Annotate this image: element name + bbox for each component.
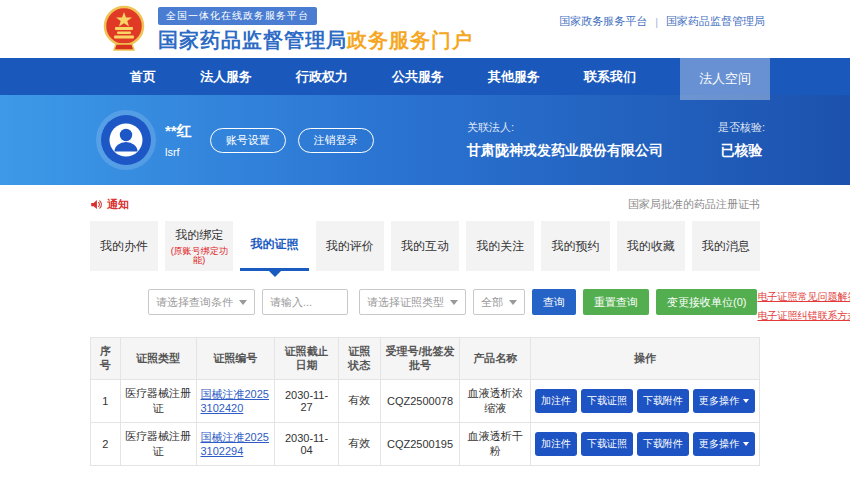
- tab-my-reviews[interactable]: 我的评价: [316, 221, 384, 271]
- nav-item-public-services[interactable]: 公共服务: [370, 58, 466, 95]
- tab-my-licenses[interactable]: 我的证照: [240, 221, 308, 271]
- change-receiver-button[interactable]: 变更接收单位(0): [656, 289, 757, 315]
- license-number-link[interactable]: 国械注准20253102294: [201, 430, 271, 457]
- cell-accept-no: CQZ2500078: [380, 379, 460, 422]
- user-id-block: **红 lsrf: [165, 122, 192, 158]
- license-type-select[interactable]: 请选择证照类型: [359, 289, 466, 315]
- cell-expiry-date: 2030-11-27: [275, 379, 339, 422]
- cell-status: 有效: [338, 422, 380, 465]
- table-row: 1 医疗器械注册证 国械注准20253102420 2030-11-27 有效 …: [91, 379, 760, 422]
- verify-label: 是否核验:: [718, 120, 765, 135]
- cell-index: 1: [91, 379, 121, 422]
- download-license-button[interactable]: 下载证照: [581, 389, 633, 413]
- col-expiry-date: 证照截止日期: [275, 338, 339, 380]
- cell-license-type: 医疗器械注册证: [120, 379, 196, 422]
- link-divider: |: [655, 16, 658, 28]
- tab-my-interactions[interactable]: 我的互动: [391, 221, 459, 271]
- download-attachment-button[interactable]: 下载附件: [637, 432, 689, 456]
- user-login: lsrf: [165, 146, 192, 158]
- table-row: 2 医疗器械注册证 国械注准20253102294 2030-11-04 有效 …: [91, 422, 760, 465]
- chevron-down-icon: [450, 300, 458, 305]
- chevron-down-icon: [743, 399, 749, 403]
- speaker-icon: [90, 198, 103, 211]
- user-icon: [101, 115, 151, 165]
- more-actions-button[interactable]: 更多操作: [693, 389, 755, 413]
- notice-bar: 通知 国家局批准的药品注册证书: [90, 195, 760, 213]
- verify-status-badge: 已核验: [718, 142, 765, 160]
- license-table: 序号 证照类型 证照编号 证照截止日期 证照状态 受理号/批签发批号 产品名称 …: [90, 337, 760, 466]
- keyword-input[interactable]: [262, 289, 348, 315]
- tab-my-messages[interactable]: 我的消息: [692, 221, 760, 271]
- cell-accept-no: CQZ2500195: [380, 422, 460, 465]
- related-legal-label: 关联法人:: [467, 120, 663, 135]
- col-index: 序号: [91, 338, 121, 380]
- reset-button[interactable]: 重置查询: [583, 289, 649, 315]
- cell-product-name: 血液透析干粉: [460, 422, 531, 465]
- notice-message[interactable]: 国家局批准的药品注册证书: [628, 197, 760, 212]
- tab-my-binding-sublabel: (原账号绑定功能): [165, 247, 233, 265]
- annotate-button[interactable]: 加注件: [535, 432, 577, 456]
- site-title-main: 国家药品监督管理局: [158, 29, 347, 51]
- related-legal-block: 关联法人: 甘肃陇神戎发药业股份有限公司: [467, 120, 663, 160]
- tab-my-follows[interactable]: 我的关注: [466, 221, 534, 271]
- cell-expiry-date: 2030-11-04: [275, 422, 339, 465]
- col-actions: 操作: [531, 338, 760, 380]
- scope-select[interactable]: 全部: [473, 289, 525, 315]
- tab-my-cases[interactable]: 我的办件: [90, 221, 158, 271]
- nav-item-other-services[interactable]: 其他服务: [466, 58, 562, 95]
- logout-button[interactable]: 注销登录: [298, 128, 374, 153]
- user-band: **红 lsrf 账号设置 注销登录 关联法人: 甘肃陇神戎发药业股份有限公司 …: [0, 95, 850, 185]
- chevron-down-icon: [239, 300, 247, 305]
- main-content: 通知 国家局批准的药品注册证书 我的办件 我的绑定(原账号绑定功能) 我的证照 …: [90, 195, 760, 466]
- tab-my-binding[interactable]: 我的绑定(原账号绑定功能): [165, 221, 233, 271]
- cell-license-type: 医疗器械注册证: [120, 422, 196, 465]
- tab-my-favorites[interactable]: 我的收藏: [617, 221, 685, 271]
- nav-item-contact[interactable]: 联系我们: [562, 58, 658, 95]
- more-actions-button[interactable]: 更多操作: [693, 432, 755, 456]
- nav-item-admin-power[interactable]: 行政权力: [274, 58, 370, 95]
- site-title-accent: 政务服务门户: [347, 29, 473, 51]
- col-accept-no: 受理号/批签发批号: [380, 338, 460, 380]
- user-name: **红: [165, 122, 192, 141]
- main-nav: 首页 法人服务 行政权力 公共服务 其他服务 联系我们 法人空间: [0, 58, 850, 95]
- license-number-link[interactable]: 国械注准20253102420: [201, 387, 271, 414]
- gov-platform-link[interactable]: 国家政务服务平台: [559, 14, 647, 29]
- nmpa-link[interactable]: 国家药品监督管理局: [666, 14, 765, 29]
- top-links: 国家政务服务平台 | 国家药品监督管理局: [559, 14, 765, 29]
- annotate-button[interactable]: 加注件: [535, 389, 577, 413]
- site-title-block: 全国一体化在线政务服务平台 国家药品监督管理局政务服务门户: [158, 5, 473, 54]
- cell-status: 有效: [338, 379, 380, 422]
- cell-product-name: 血液透析浓缩液: [460, 379, 531, 422]
- license-faq-link[interactable]: 电子证照常见问题解答: [757, 290, 850, 304]
- query-button[interactable]: 查询: [532, 289, 576, 315]
- filter-row: 请选择查询条件 请选择证照类型 全部 查询 重置查询 变更接收单位(0) 电子证…: [90, 289, 760, 323]
- query-condition-select[interactable]: 请选择查询条件: [148, 289, 255, 315]
- cell-index: 2: [91, 422, 121, 465]
- download-license-button[interactable]: 下载证照: [581, 432, 633, 456]
- legal-space-tab[interactable]: 法人空间: [680, 58, 770, 100]
- chevron-down-icon: [743, 442, 749, 446]
- chevron-down-icon: [509, 300, 517, 305]
- notice-label: 通知: [107, 197, 129, 212]
- tab-my-appointments[interactable]: 我的预约: [541, 221, 609, 271]
- top-header: 全国一体化在线政务服务平台 国家药品监督管理局政务服务门户 国家政务服务平台 |…: [0, 0, 850, 58]
- verify-block: 是否核验: 已核验: [718, 120, 765, 160]
- download-attachment-button[interactable]: 下载附件: [637, 389, 689, 413]
- col-product-name: 产品名称: [460, 338, 531, 380]
- site-title: 国家药品监督管理局政务服务门户: [158, 27, 473, 54]
- table-header-row: 序号 证照类型 证照编号 证照截止日期 证照状态 受理号/批签发批号 产品名称 …: [91, 338, 760, 380]
- account-settings-button[interactable]: 账号设置: [210, 128, 286, 153]
- related-legal-value: 甘肃陇神戎发药业股份有限公司: [467, 142, 663, 160]
- col-status: 证照状态: [338, 338, 380, 380]
- national-emblem-logo: [100, 4, 148, 54]
- tabs: 我的办件 我的绑定(原账号绑定功能) 我的证照 我的评价 我的互动 我的关注 我…: [90, 221, 760, 271]
- col-license-number: 证照编号: [196, 338, 275, 380]
- nav-item-home[interactable]: 首页: [108, 58, 178, 95]
- platform-badge: 全国一体化在线政务服务平台: [158, 7, 317, 25]
- license-contact-link[interactable]: 电子证照纠错联系方式: [757, 309, 850, 323]
- avatar: [101, 115, 151, 165]
- col-license-type: 证照类型: [120, 338, 196, 380]
- nav-item-legal-services[interactable]: 法人服务: [178, 58, 274, 95]
